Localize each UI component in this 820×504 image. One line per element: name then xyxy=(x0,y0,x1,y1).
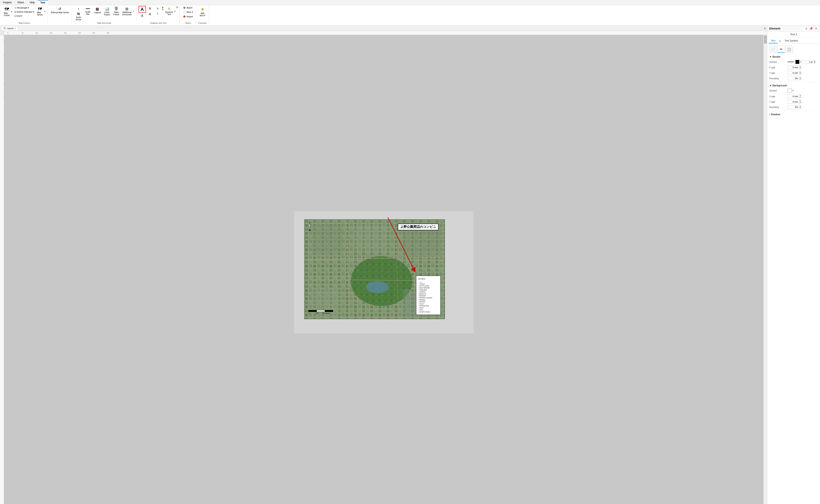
map-frame-main[interactable]: 🗺 MapFrame xyxy=(3,6,11,17)
background-rounding-field[interactable]: 0% xyxy=(788,105,799,109)
scale-bar-button[interactable]: ━━ ScaleBar xyxy=(83,6,92,16)
text-tool-a3[interactable]: A xyxy=(146,12,154,17)
border-ygap-down[interactable]: ▼ xyxy=(799,73,801,75)
map-series-main[interactable]: 🗺 MapSeries xyxy=(36,6,44,17)
border-ygap-up[interactable]: ▲ xyxy=(799,71,801,73)
tab-text[interactable]: Text xyxy=(37,0,48,5)
layout-tab-dropdown[interactable]: ∨ xyxy=(764,27,766,30)
grid-label: Grid ▾ xyxy=(16,15,22,17)
border-color-swatch[interactable] xyxy=(795,60,799,64)
dynamic-text-button[interactable]: A DynamicText ▾ xyxy=(164,6,176,16)
svg-text:0: 0 xyxy=(7,32,8,34)
panel-header: Element ∨ 📌 ✕ xyxy=(767,26,820,32)
panel-close-button[interactable]: ✕ xyxy=(814,27,818,30)
dynamic-text-label: DynamicText xyxy=(165,11,173,15)
legend-button[interactable]: ▦ Legend xyxy=(93,6,102,14)
tab-share[interactable]: Share xyxy=(14,0,27,5)
canvas-scrollbar-vertical[interactable] xyxy=(763,35,767,504)
background-xgap-down[interactable]: ▼ xyxy=(799,96,801,98)
background-xgap-input[interactable]: 0 mm ▲ ▼ xyxy=(788,94,801,98)
background-xgap-field[interactable]: 0 mm xyxy=(788,95,799,98)
ruler-horizontal: 0 50 100 150 200 250 300 xyxy=(4,31,767,35)
border-color-dropdown[interactable]: ▾ xyxy=(800,61,801,63)
additional-surrounds-main[interactable]: ⊞ AdditionalSurrounds xyxy=(121,6,133,16)
border-pt-down[interactable]: ▼ xyxy=(814,62,815,64)
placement-icon-btn[interactable]: 📋 xyxy=(786,46,793,53)
background-ygap-input[interactable]: 0 mm ▲ ▼ xyxy=(788,100,801,104)
panel-tab-text-symbol[interactable]: Text Symbol xyxy=(783,38,800,43)
border-pt-field[interactable]: 1 pt xyxy=(802,60,813,64)
border-xgap-down[interactable]: ▼ xyxy=(799,67,801,69)
background-ygap-down[interactable]: ▼ xyxy=(799,102,801,103)
panel-collapse-button[interactable]: ∨ xyxy=(805,27,808,30)
add-item-button[interactable]: ★ AddItem ▾ xyxy=(198,6,207,18)
background-rounding-input[interactable]: 0% ▲ ▼ xyxy=(788,105,801,109)
tab-imagery[interactable]: Imagery xyxy=(0,0,14,5)
layout-tab-close[interactable]: ✕ xyxy=(14,27,16,30)
refresh-map-series-button[interactable]: ↺ Refresh Map Series xyxy=(50,6,70,14)
additional-surrounds-dropdown[interactable]: ▾ xyxy=(133,6,135,16)
border-pt-input[interactable]: 1 pt ▲ ▼ xyxy=(802,60,816,64)
panel-pin-button[interactable]: 📌 xyxy=(809,27,813,30)
background-xgap-up[interactable]: ▲ xyxy=(799,94,801,96)
new-style-button[interactable]: 📄 New ▾ xyxy=(182,10,194,14)
border-ygap-input[interactable]: 0 mm ▲ ▼ xyxy=(788,71,801,75)
scrollbar-thumb[interactable] xyxy=(764,35,767,44)
additional-surrounds-button[interactable]: ⊞ AdditionalSurrounds ▾ xyxy=(121,6,135,16)
graphic-tool-line[interactable]: ⌇ xyxy=(154,11,161,16)
map-frame-button[interactable]: 🗺 MapFrame ▾ xyxy=(3,6,13,17)
background-ygap-field[interactable]: 0 mm xyxy=(788,100,799,103)
dynamic-text-main[interactable]: A DynamicText xyxy=(164,6,174,16)
svg-rect-42 xyxy=(311,224,342,254)
border-rounding-up[interactable]: ▲ xyxy=(799,77,801,78)
map-frame-label: MapFrame xyxy=(4,12,10,16)
background-color-dropdown[interactable]: ▾ xyxy=(793,90,794,92)
border-ygap-field[interactable]: 0 mm xyxy=(788,71,799,75)
shadow-section-header[interactable]: › Shadow xyxy=(769,113,818,116)
text-a-icon: A xyxy=(141,7,144,12)
map-series-button[interactable]: 🗺 MapSeries ▾ xyxy=(36,6,46,17)
north-arrow-button[interactable]: ↑N NorthArrow xyxy=(74,6,83,22)
text-tool-a2[interactable]: A xyxy=(146,6,154,11)
border-xgap-up[interactable]: ▲ xyxy=(799,66,801,67)
ribbon-scroll-up[interactable]: ▲ xyxy=(162,6,164,8)
graphics-text-settings-btn[interactable]: ⎘ xyxy=(176,6,178,9)
map-series-dropdown[interactable]: ▾ xyxy=(44,6,46,17)
chart-frame-button[interactable]: 📊 ChartFrame xyxy=(102,6,111,17)
text-a-small-button[interactable]: A xyxy=(139,13,146,19)
border-xgap-input[interactable]: 0 mm ▲ ▼ xyxy=(788,66,801,69)
text-a-button[interactable]: A xyxy=(139,6,146,13)
dynamic-text-dropdown[interactable]: ▾ xyxy=(174,6,176,16)
style-icon-btn[interactable]: ✏ xyxy=(777,46,785,53)
canvas-scroll[interactable]: N 上野公園周辺のコンビニ xyxy=(4,35,763,504)
border-rounding-down[interactable]: ▼ xyxy=(799,78,801,80)
tab-help[interactable]: Help xyxy=(27,0,37,5)
north-arrow-svg: N xyxy=(306,222,313,232)
table-frame-button[interactable]: 🗄 TableFrame xyxy=(112,6,121,16)
background-ygap-value: 0 mm ▲ ▼ xyxy=(788,100,818,104)
background-rounding-down[interactable]: ▼ xyxy=(799,107,801,109)
ribbon-scroll-down[interactable]: ▼ xyxy=(162,8,164,10)
map-frame-dropdown[interactable]: ▾ xyxy=(11,6,13,17)
border-pt-up[interactable]: ▲ xyxy=(814,60,815,62)
svg-rect-0 xyxy=(4,31,767,35)
panel-tab-text[interactable]: Text xyxy=(769,38,777,43)
border-rounding-label: Rounding xyxy=(769,77,788,80)
panel-tab-text-dropdown[interactable]: ∨ xyxy=(778,38,782,43)
border-section-header[interactable]: ▼ Border xyxy=(769,55,818,58)
layout-tab[interactable]: 🗒 Layout ✕ xyxy=(1,26,18,30)
border-rounding-field[interactable]: 0% xyxy=(788,77,799,80)
rectangle-button[interactable]: ▭ Rectangle ▾ xyxy=(13,6,36,10)
grid-button[interactable]: # Grid ▾ xyxy=(13,14,36,18)
background-rounding-up[interactable]: ▲ xyxy=(799,105,801,107)
extent-indicator-button[interactable]: ⊡ Extent Indicator ▾ xyxy=(13,10,36,14)
add-style-button[interactable]: ➕ Add ▾ xyxy=(182,6,194,10)
import-style-button[interactable]: 📥 Import xyxy=(182,14,194,18)
border-rounding-input[interactable]: 0% ▲ ▼ xyxy=(788,77,801,80)
graphic-tool-wave[interactable]: ∿ xyxy=(154,6,161,11)
background-color-swatch[interactable] xyxy=(788,89,792,93)
background-ygap-up[interactable]: ▲ xyxy=(799,100,801,102)
background-section-header[interactable]: ▼ Background xyxy=(769,84,818,87)
border-xgap-field[interactable]: 0 mm xyxy=(788,66,799,69)
content-icon-btn[interactable]: 📄 xyxy=(769,46,777,53)
